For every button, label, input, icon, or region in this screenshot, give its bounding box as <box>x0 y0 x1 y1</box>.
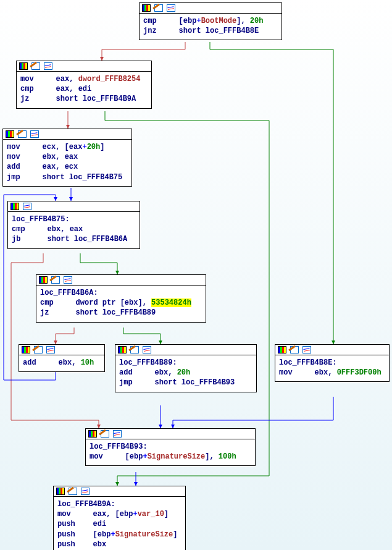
node-header <box>86 429 255 439</box>
node-header <box>8 201 140 212</box>
chart-icon <box>30 130 39 138</box>
edit-icon <box>18 130 27 138</box>
chart-icon <box>46 346 55 353</box>
color-bars-icon <box>19 62 28 70</box>
bb-node-9[interactable]: loc_FFFB4B93: mov [ebp+SignatureSize], 1… <box>85 428 256 466</box>
color-bars-icon <box>39 276 48 284</box>
bb-node-10[interactable]: loc_FFFB4B9A: mov eax, [ebp+var_10] push… <box>53 486 186 550</box>
edit-icon <box>69 488 77 495</box>
node-header <box>17 61 151 72</box>
node-body: cmp [ebp+BootMode], 20h jnz short loc_FF… <box>140 14 281 40</box>
node-header <box>115 345 256 355</box>
chart-icon <box>302 346 311 353</box>
node-body: loc_FFFB4B9A: mov eax, [ebp+var_10] push… <box>54 497 185 550</box>
bb-node-5[interactable]: loc_FFFB4B6A: cmp dword ptr [ebx], 53534… <box>36 274 206 323</box>
node-body: add ebx, 10h <box>19 355 104 371</box>
edit-icon <box>101 430 109 438</box>
bb-node-3[interactable]: mov ecx, [eax+20h] mov ebx, eax add eax,… <box>2 129 132 187</box>
color-bars-icon <box>142 4 151 12</box>
node-header <box>36 275 206 286</box>
bb-node-1[interactable]: cmp [ebp+BootMode], 20h jnz short loc_FF… <box>139 2 282 40</box>
bb-node-8[interactable]: loc_FFFB4B8E: mov ebx, 0FFF3DF00h <box>275 344 390 382</box>
node-body: mov eax, dword_FFFB8254 cmp eax, edi jz … <box>17 72 151 108</box>
node-body: loc_FFFB4B93: mov [ebp+SignatureSize], 1… <box>86 439 255 465</box>
edit-icon <box>31 62 40 70</box>
chart-icon <box>113 430 122 438</box>
edit-icon <box>34 346 43 353</box>
chart-icon <box>64 276 72 284</box>
color-bars-icon <box>10 203 19 210</box>
node-body: mov ecx, [eax+20h] mov ebx, eax add eax,… <box>3 140 131 186</box>
node-body: loc_FFFB4B8E: mov ebx, 0FFF3DF00h <box>275 355 389 381</box>
color-bars-icon <box>56 488 65 495</box>
edit-icon <box>154 4 163 12</box>
color-bars-icon <box>278 346 286 353</box>
chart-icon <box>143 346 151 353</box>
chart-icon <box>167 4 175 12</box>
node-body: loc_FFFB4B6A: cmp dword ptr [ebx], 53534… <box>36 286 206 322</box>
node-header <box>3 129 131 140</box>
color-bars-icon <box>88 430 97 438</box>
node-body: loc_FFFB4B89: add ebx, 20h jmp short loc… <box>115 355 256 392</box>
color-bars-icon <box>6 130 14 138</box>
bb-node-7[interactable]: loc_FFFB4B89: add ebx, 20h jmp short loc… <box>115 344 257 392</box>
node-header <box>275 345 389 355</box>
bb-node-2[interactable]: mov eax, dword_FFFB8254 cmp eax, edi jz … <box>16 61 152 109</box>
bb-node-6[interactable]: add ebx, 10h <box>19 344 105 372</box>
chart-icon <box>23 203 31 210</box>
edit-icon <box>290 346 299 353</box>
color-bars-icon <box>118 346 127 353</box>
node-header <box>19 345 104 355</box>
node-header <box>140 3 281 14</box>
bb-node-4[interactable]: loc_FFFB4B75: cmp ebx, eax jb short loc_… <box>7 201 140 249</box>
edit-icon <box>130 346 139 353</box>
chart-icon <box>81 488 90 495</box>
node-body: loc_FFFB4B75: cmp ebx, eax jb short loc_… <box>8 212 140 248</box>
edit-icon <box>51 276 60 284</box>
chart-icon <box>44 62 52 70</box>
node-header <box>54 486 185 497</box>
color-bars-icon <box>22 346 30 353</box>
